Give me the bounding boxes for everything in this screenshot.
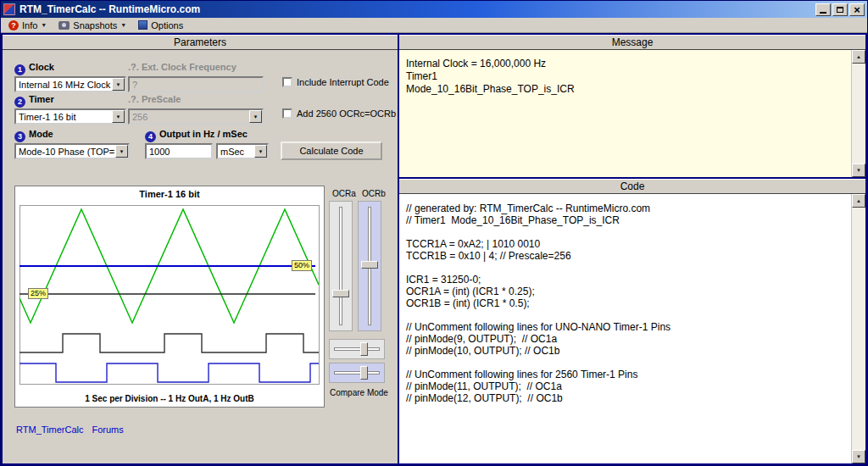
output-unit-value: mSec [218,147,254,157]
info-icon: ? [8,20,19,31]
marker-50-badge: 50% [292,260,312,271]
menu-info-label: Info [22,20,37,31]
outa-square-wave [19,334,319,352]
chevron-down-icon: ▼ [120,22,126,28]
message-header: Message [399,35,865,50]
code-line: OCR1B = (int) (ICR1 * 0.5); [406,297,845,309]
code-body: // generated by: RTM_TimerCalc -- Runtim… [399,194,865,463]
code-line: TCCR1A = 0xA2; | 1010 0010 [406,238,845,250]
chevron-down-icon: ▼ [112,110,125,123]
waveform-plot [19,205,320,385]
menu-snapshots[interactable]: Snapshots ▼ [54,19,131,32]
include-interrupt-checkbox[interactable]: Include Interrupt Code [282,77,389,87]
compare-slider-b-track[interactable] [334,371,380,374]
chevron-down-icon: ▼ [249,110,262,123]
minimize-button[interactable] [815,3,831,16]
titlebar: RTM_TimerCalc -- RuntimeMicro.com [1,1,867,18]
ext-clock-input[interactable] [128,76,264,92]
rtm-timercalc-link[interactable]: RTM_TimerCalc [16,424,83,435]
menu-info[interactable]: ? Info ▼ [4,19,51,32]
menubar: ? Info ▼ Snapshots ▼ Options [1,18,867,33]
scroll-down-icon[interactable]: ▼ [852,164,865,177]
app-window: RTM_TimerCalc -- RuntimeMicro.com ? Info… [0,0,868,466]
compare-mode-slider-a[interactable] [329,339,385,359]
message-line: Mode_10_16Bit_Phase_TOP_is_ICR [406,83,845,96]
message-scrollbar[interactable]: ▲ ▼ [851,50,865,177]
ocra-slider[interactable] [329,201,353,331]
code-line: OCR1A = (int) (ICR1 * 0.25); [406,286,845,297]
parameters-panel: Parameters 1Clock Internal 16 MHz Clock … [3,35,399,463]
window-title: RTM_TimerCalc -- RuntimeMicro.com [19,3,815,15]
minimize-icon [820,12,826,14]
output-value-input[interactable] [145,143,213,159]
compare-mode-slider-b[interactable] [329,363,385,383]
close-button[interactable] [849,3,865,16]
scroll-down-icon[interactable]: ▼ [852,450,865,463]
scroll-up-icon[interactable]: ▲ [852,194,865,208]
menu-options-label: Options [151,20,183,31]
ocrb-slider-thumb[interactable] [361,261,378,269]
output-label: 4Output in Hz / mSec [145,129,248,142]
code-line: TCCR1B = 0x10 | 4; // Prescale=256 [406,250,845,262]
ocra-slider-track[interactable] [339,207,342,325]
step-2-badge: 2 [14,97,25,108]
timer-select-value: Timer-1 16 bit [16,112,112,122]
prescale-select-value: 256 [130,112,249,122]
code-line: // UnComment following lines for UNO-NAN… [406,321,845,333]
include-interrupt-label: Include Interrupt Code [297,77,389,87]
parameters-body: 1Clock Internal 16 MHz Clock ▼ .?. Ext. … [3,50,398,463]
code-line: // pinMode(10, OUTPUT); // OC1b [406,345,845,357]
mode-select[interactable]: Mode-10 Phase (TOP=ICR) ▼ [14,143,130,159]
ocra-label: OCRa [332,189,356,198]
code-line [406,357,845,369]
prescale-select[interactable]: 256 ▼ [128,108,264,125]
compare-mode-label: Compare Mode [330,388,388,397]
menu-snapshots-label: Snapshots [73,20,117,31]
parameters-header: Parameters [3,35,398,50]
calculate-code-button[interactable]: Calculate Code [281,141,382,160]
mode-select-value: Mode-10 Phase (TOP=ICR) [16,147,115,157]
ocrb-slider[interactable] [358,201,381,331]
chevron-down-icon: ▼ [41,22,47,28]
prescale-label: .?. PreScale [128,94,181,104]
clock-select-value: Internal 16 MHz Clock [16,80,112,90]
chevron-down-icon: ▼ [254,145,267,158]
scroll-up-icon[interactable]: ▲ [852,50,865,64]
add-2560-checkbox[interactable]: Add 2560 OCRc=OCRb [282,108,396,119]
outb-square-wave [19,363,319,382]
compare-slider-b-thumb[interactable] [360,366,368,380]
options-icon [138,20,147,30]
compare-slider-a-track[interactable] [334,347,380,351]
mode-label: 3Mode [14,129,53,142]
ocrb-label: OCRb [362,189,386,198]
chevron-down-icon: ▼ [115,145,128,158]
step-4-badge: 4 [145,131,156,142]
message-line: Timer1 [406,70,845,83]
code-line: // pinMode(9, OUTPUT); // OC1a [406,333,845,345]
timer-select[interactable]: Timer-1 16 bit ▼ [14,108,126,125]
forums-link[interactable]: Forums [92,424,123,435]
step-3-badge: 3 [14,131,25,142]
code-line: // Timer1 Mode_10_16Bit_Phase_TOP_is_ICR [406,214,845,226]
code-header: Code [399,179,865,194]
restore-button[interactable] [832,3,848,16]
camera-icon [58,21,70,30]
code-line: // generated by: RTM_TimerCalc -- Runtim… [406,202,845,214]
main-content: Parameters 1Clock Internal 16 MHz Clock … [1,33,867,465]
code-scrollbar[interactable]: ▲ ▼ [851,194,865,463]
timer-label: 2Timer [14,94,54,108]
chart-caption: 1 Sec per Division -- 1 Hz OutA, 1 Hz Ou… [15,394,324,403]
chevron-down-icon: ▼ [112,78,125,91]
output-unit-select[interactable]: mSec ▼ [216,143,269,159]
checkbox-icon [282,77,292,87]
code-line [406,309,845,321]
clock-select[interactable]: Internal 16 MHz Clock ▼ [14,76,126,92]
compare-slider-a-thumb[interactable] [360,342,368,356]
menu-options[interactable]: Options [134,19,187,32]
marker-25-badge: 25% [28,288,48,299]
ext-clock-label: .?. Ext. Clock Frequency [128,62,236,72]
ocra-slider-thumb[interactable] [332,290,349,297]
waveform-chart: Timer-1 16 bit 50% 25% 1 Sec per Divisio… [14,186,325,408]
right-panel: Message Internal Clock = 16,000,000 Hz T… [399,35,865,463]
app-icon [3,3,15,15]
